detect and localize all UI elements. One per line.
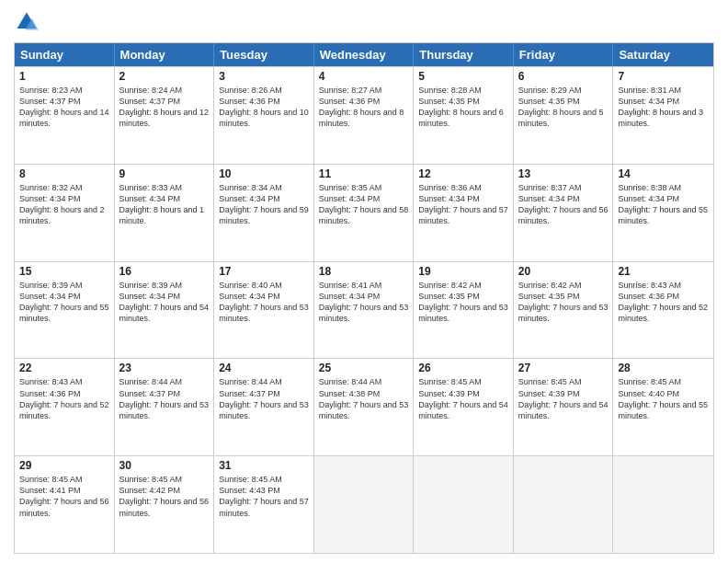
header-day-friday: Friday	[514, 43, 614, 66]
calendar-week-3: 15Sunrise: 8:39 AMSunset: 4:34 PMDayligh…	[15, 261, 713, 359]
day-number: 28	[618, 362, 709, 374]
day-number: 6	[518, 70, 609, 83]
day-number: 31	[219, 459, 309, 472]
day-cell-1: 1Sunrise: 8:23 AMSunset: 4:37 PMDaylight…	[15, 67, 115, 164]
day-cell-10: 10Sunrise: 8:34 AMSunset: 4:34 PMDayligh…	[214, 165, 314, 261]
day-info: Sunrise: 8:24 AMSunset: 4:37 PMDaylight:…	[119, 85, 210, 130]
day-number: 29	[19, 459, 109, 472]
day-info: Sunrise: 8:40 AMSunset: 4:34 PMDaylight:…	[219, 280, 309, 325]
day-cell-3: 3Sunrise: 8:26 AMSunset: 4:36 PMDaylight…	[214, 67, 314, 164]
day-cell-14: 14Sunrise: 8:38 AMSunset: 4:34 PMDayligh…	[613, 165, 713, 261]
day-cell-15: 15Sunrise: 8:39 AMSunset: 4:34 PMDayligh…	[15, 262, 115, 359]
day-info: Sunrise: 8:32 AMSunset: 4:34 PMDaylight:…	[19, 182, 109, 227]
day-info: Sunrise: 8:31 AMSunset: 4:34 PMDaylight:…	[618, 85, 709, 130]
day-info: Sunrise: 8:45 AMSunset: 4:41 PMDaylight:…	[19, 474, 109, 519]
day-number: 26	[418, 362, 508, 374]
day-number: 5	[418, 70, 508, 83]
header-day-tuesday: Tuesday	[214, 43, 314, 66]
day-cell-25: 25Sunrise: 8:44 AMSunset: 4:38 PMDayligh…	[314, 359, 415, 455]
day-number: 19	[418, 265, 508, 278]
day-cell-23: 23Sunrise: 8:44 AMSunset: 4:37 PMDayligh…	[115, 359, 215, 455]
day-info: Sunrise: 8:45 AMSunset: 4:40 PMDaylight:…	[618, 376, 709, 421]
day-number: 10	[219, 167, 309, 180]
day-cell-16: 16Sunrise: 8:39 AMSunset: 4:34 PMDayligh…	[115, 262, 215, 359]
logo-icon	[14, 9, 40, 35]
day-info: Sunrise: 8:41 AMSunset: 4:34 PMDaylight:…	[319, 280, 409, 325]
calendar: SundayMondayTuesdayWednesdayThursdayFrid…	[14, 42, 714, 554]
day-number: 22	[19, 362, 109, 374]
page: SundayMondayTuesdayWednesdayThursdayFrid…	[0, 0, 728, 563]
logo	[14, 9, 43, 35]
day-info: Sunrise: 8:45 AMSunset: 4:42 PMDaylight:…	[119, 474, 210, 519]
day-cell-21: 21Sunrise: 8:43 AMSunset: 4:36 PMDayligh…	[613, 262, 713, 359]
header-day-thursday: Thursday	[414, 43, 514, 66]
header-day-sunday: Sunday	[15, 43, 115, 66]
day-cell-13: 13Sunrise: 8:37 AMSunset: 4:34 PMDayligh…	[514, 165, 614, 261]
day-number: 20	[518, 265, 609, 278]
day-number: 17	[219, 265, 309, 278]
day-info: Sunrise: 8:44 AMSunset: 4:38 PMDaylight:…	[319, 376, 409, 421]
day-cell-22: 22Sunrise: 8:43 AMSunset: 4:36 PMDayligh…	[15, 359, 115, 455]
day-cell-27: 27Sunrise: 8:45 AMSunset: 4:39 PMDayligh…	[514, 359, 614, 455]
day-info: Sunrise: 8:27 AMSunset: 4:36 PMDaylight:…	[319, 85, 409, 130]
day-info: Sunrise: 8:29 AMSunset: 4:35 PMDaylight:…	[518, 85, 609, 130]
empty-cell	[613, 456, 713, 553]
day-info: Sunrise: 8:26 AMSunset: 4:36 PMDaylight:…	[219, 85, 309, 130]
day-number: 15	[19, 265, 109, 278]
day-number: 9	[119, 167, 210, 180]
calendar-week-4: 22Sunrise: 8:43 AMSunset: 4:36 PMDayligh…	[15, 358, 713, 455]
day-info: Sunrise: 8:34 AMSunset: 4:34 PMDaylight:…	[219, 182, 309, 227]
day-info: Sunrise: 8:39 AMSunset: 4:34 PMDaylight:…	[19, 280, 109, 325]
day-number: 18	[319, 265, 409, 278]
calendar-week-2: 8Sunrise: 8:32 AMSunset: 4:34 PMDaylight…	[15, 164, 713, 261]
header-day-wednesday: Wednesday	[314, 43, 415, 66]
day-info: Sunrise: 8:28 AMSunset: 4:35 PMDaylight:…	[418, 85, 508, 130]
day-number: 8	[19, 167, 109, 180]
day-info: Sunrise: 8:45 AMSunset: 4:39 PMDaylight:…	[518, 376, 609, 421]
day-cell-9: 9Sunrise: 8:33 AMSunset: 4:34 PMDaylight…	[115, 165, 215, 261]
day-info: Sunrise: 8:33 AMSunset: 4:34 PMDaylight:…	[119, 182, 210, 227]
day-number: 2	[119, 70, 210, 83]
empty-cell	[414, 456, 514, 553]
day-info: Sunrise: 8:43 AMSunset: 4:36 PMDaylight:…	[618, 280, 709, 325]
calendar-week-1: 1Sunrise: 8:23 AMSunset: 4:37 PMDaylight…	[15, 66, 713, 164]
day-number: 25	[319, 362, 409, 374]
day-info: Sunrise: 8:44 AMSunset: 4:37 PMDaylight:…	[219, 376, 309, 421]
day-info: Sunrise: 8:35 AMSunset: 4:34 PMDaylight:…	[319, 182, 409, 227]
calendar-header: SundayMondayTuesdayWednesdayThursdayFrid…	[15, 43, 713, 66]
day-number: 4	[319, 70, 409, 83]
day-info: Sunrise: 8:37 AMSunset: 4:34 PMDaylight:…	[518, 182, 609, 227]
day-info: Sunrise: 8:38 AMSunset: 4:34 PMDaylight:…	[618, 182, 709, 227]
day-cell-24: 24Sunrise: 8:44 AMSunset: 4:37 PMDayligh…	[214, 359, 314, 455]
day-cell-4: 4Sunrise: 8:27 AMSunset: 4:36 PMDaylight…	[314, 67, 415, 164]
day-number: 24	[219, 362, 309, 374]
day-cell-6: 6Sunrise: 8:29 AMSunset: 4:35 PMDaylight…	[514, 67, 614, 164]
calendar-week-5: 29Sunrise: 8:45 AMSunset: 4:41 PMDayligh…	[15, 455, 713, 553]
day-info: Sunrise: 8:44 AMSunset: 4:37 PMDaylight:…	[119, 376, 210, 421]
day-cell-29: 29Sunrise: 8:45 AMSunset: 4:41 PMDayligh…	[15, 456, 115, 553]
day-number: 12	[418, 167, 508, 180]
day-number: 27	[518, 362, 609, 374]
day-number: 14	[618, 167, 709, 180]
header-day-saturday: Saturday	[613, 43, 713, 66]
day-number: 23	[119, 362, 210, 374]
day-number: 21	[618, 265, 709, 278]
day-number: 3	[219, 70, 309, 83]
day-cell-5: 5Sunrise: 8:28 AMSunset: 4:35 PMDaylight…	[414, 67, 514, 164]
header-day-monday: Monday	[115, 43, 215, 66]
day-info: Sunrise: 8:39 AMSunset: 4:34 PMDaylight:…	[119, 280, 210, 325]
day-cell-2: 2Sunrise: 8:24 AMSunset: 4:37 PMDaylight…	[115, 67, 215, 164]
day-cell-7: 7Sunrise: 8:31 AMSunset: 4:34 PMDaylight…	[613, 67, 713, 164]
day-cell-30: 30Sunrise: 8:45 AMSunset: 4:42 PMDayligh…	[115, 456, 215, 553]
header	[14, 9, 714, 35]
day-number: 13	[518, 167, 609, 180]
empty-cell	[514, 456, 614, 553]
day-cell-19: 19Sunrise: 8:42 AMSunset: 4:35 PMDayligh…	[414, 262, 514, 359]
day-cell-20: 20Sunrise: 8:42 AMSunset: 4:35 PMDayligh…	[514, 262, 614, 359]
day-number: 30	[119, 459, 210, 472]
day-info: Sunrise: 8:23 AMSunset: 4:37 PMDaylight:…	[19, 85, 109, 130]
empty-cell	[314, 456, 415, 553]
day-number: 1	[19, 70, 109, 83]
day-number: 16	[119, 265, 210, 278]
day-info: Sunrise: 8:36 AMSunset: 4:34 PMDaylight:…	[418, 182, 508, 227]
